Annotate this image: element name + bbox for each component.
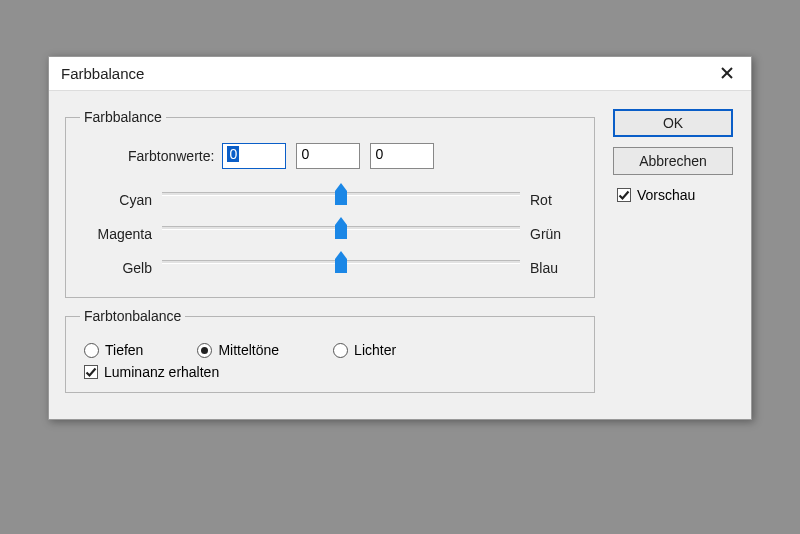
radio-label-tiefen: Tiefen [105, 342, 143, 358]
slider-cyan-red-track[interactable] [162, 188, 520, 212]
checkbox-preview[interactable]: Vorschau [613, 187, 735, 203]
tonwerte-label: Farbtonwerte: [128, 148, 214, 164]
right-column: OK Abbrechen Vorschau [595, 103, 735, 403]
left-column: Farbbalance Farbtonwerte: 0 0 0 Cyan [65, 103, 595, 403]
tonwert-input-1[interactable]: 0 [222, 143, 286, 169]
radio-icon [333, 343, 348, 358]
slider-label-cyan: Cyan [80, 192, 152, 208]
farbbalance-group: Farbbalance Farbtonwerte: 0 0 0 Cyan [65, 109, 595, 298]
tonbalance-legend: Farbtonbalance [80, 308, 185, 324]
cancel-button[interactable]: Abbrechen [613, 147, 733, 175]
radio-mitteltoene[interactable]: Mitteltöne [197, 342, 279, 358]
slider-label-magenta: Magenta [80, 226, 152, 242]
slider-cyan-red: Cyan Rot [80, 183, 580, 217]
slider-label-blue: Blau [530, 260, 580, 276]
tonwert-input-2[interactable]: 0 [296, 143, 360, 169]
close-icon [721, 66, 733, 82]
radio-icon [84, 343, 99, 358]
tone-radio-row: Tiefen Mitteltöne Lichter [80, 342, 580, 358]
slider-label-red: Rot [530, 192, 580, 208]
slider-yellow-blue: Gelb Blau [80, 251, 580, 285]
checkbox-icon [617, 188, 631, 202]
dialog-title: Farbbalance [61, 65, 144, 82]
tonwerte-row: Farbtonwerte: 0 0 0 [128, 143, 580, 169]
dialog-body: Farbbalance Farbtonwerte: 0 0 0 Cyan [49, 91, 751, 419]
slider-thumb-icon[interactable] [333, 251, 349, 275]
checkbox-luminanz[interactable]: Luminanz erhalten [80, 364, 580, 380]
tonbalance-group: Farbtonbalance Tiefen Mitteltöne Lichter [65, 308, 595, 393]
radio-icon [197, 343, 212, 358]
titlebar: Farbbalance [49, 57, 751, 91]
tonwert-input-3[interactable]: 0 [370, 143, 434, 169]
checkbox-label-luminanz: Luminanz erhalten [104, 364, 219, 380]
slider-thumb-icon[interactable] [333, 217, 349, 241]
color-balance-dialog: Farbbalance Farbbalance Farbtonwerte: 0 … [48, 56, 752, 420]
ok-button[interactable]: OK [613, 109, 733, 137]
radio-label-lichter: Lichter [354, 342, 396, 358]
radio-lichter[interactable]: Lichter [333, 342, 396, 358]
radio-label-mitteltoene: Mitteltöne [218, 342, 279, 358]
slider-yellow-blue-track[interactable] [162, 256, 520, 280]
radio-tiefen[interactable]: Tiefen [84, 342, 143, 358]
slider-magenta-green: Magenta Grün [80, 217, 580, 251]
slider-thumb-icon[interactable] [333, 183, 349, 207]
slider-label-green: Grün [530, 226, 580, 242]
close-button[interactable] [711, 60, 743, 88]
slider-label-yellow: Gelb [80, 260, 152, 276]
slider-magenta-green-track[interactable] [162, 222, 520, 246]
farbbalance-legend: Farbbalance [80, 109, 166, 125]
checkbox-icon [84, 365, 98, 379]
checkbox-label-preview: Vorschau [637, 187, 695, 203]
